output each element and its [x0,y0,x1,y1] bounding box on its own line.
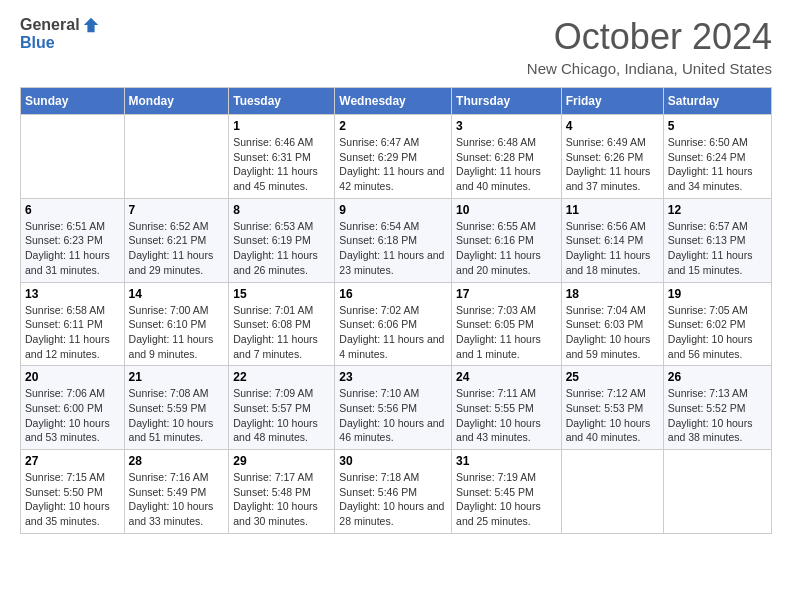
col-header-monday: Monday [124,88,229,115]
calendar-cell: 27Sunrise: 7:15 AM Sunset: 5:50 PM Dayli… [21,450,125,534]
day-detail: Sunrise: 7:06 AM Sunset: 6:00 PM Dayligh… [25,386,120,445]
day-number: 20 [25,370,120,384]
day-number: 12 [668,203,767,217]
week-row-4: 20Sunrise: 7:06 AM Sunset: 6:00 PM Dayli… [21,366,772,450]
day-number: 22 [233,370,330,384]
day-detail: Sunrise: 7:01 AM Sunset: 6:08 PM Dayligh… [233,303,330,362]
calendar-cell: 30Sunrise: 7:18 AM Sunset: 5:46 PM Dayli… [335,450,452,534]
calendar-cell: 31Sunrise: 7:19 AM Sunset: 5:45 PM Dayli… [452,450,562,534]
calendar-cell: 15Sunrise: 7:01 AM Sunset: 6:08 PM Dayli… [229,282,335,366]
calendar-cell: 7Sunrise: 6:52 AM Sunset: 6:21 PM Daylig… [124,198,229,282]
week-row-1: 1Sunrise: 6:46 AM Sunset: 6:31 PM Daylig… [21,115,772,199]
day-detail: Sunrise: 7:00 AM Sunset: 6:10 PM Dayligh… [129,303,225,362]
week-row-3: 13Sunrise: 6:58 AM Sunset: 6:11 PM Dayli… [21,282,772,366]
day-detail: Sunrise: 6:55 AM Sunset: 6:16 PM Dayligh… [456,219,557,278]
calendar-body: 1Sunrise: 6:46 AM Sunset: 6:31 PM Daylig… [21,115,772,534]
calendar-cell: 2Sunrise: 6:47 AM Sunset: 6:29 PM Daylig… [335,115,452,199]
day-number: 9 [339,203,447,217]
calendar-cell: 14Sunrise: 7:00 AM Sunset: 6:10 PM Dayli… [124,282,229,366]
location: New Chicago, Indiana, United States [527,60,772,77]
svg-marker-0 [83,18,97,32]
day-detail: Sunrise: 6:47 AM Sunset: 6:29 PM Dayligh… [339,135,447,194]
day-number: 17 [456,287,557,301]
day-number: 7 [129,203,225,217]
logo-blue: Blue [20,34,55,52]
calendar-cell: 18Sunrise: 7:04 AM Sunset: 6:03 PM Dayli… [561,282,663,366]
day-number: 13 [25,287,120,301]
calendar-cell: 21Sunrise: 7:08 AM Sunset: 5:59 PM Dayli… [124,366,229,450]
day-detail: Sunrise: 6:57 AM Sunset: 6:13 PM Dayligh… [668,219,767,278]
day-number: 26 [668,370,767,384]
day-detail: Sunrise: 7:10 AM Sunset: 5:56 PM Dayligh… [339,386,447,445]
calendar-table: SundayMondayTuesdayWednesdayThursdayFrid… [20,87,772,534]
day-number: 6 [25,203,120,217]
calendar-cell: 3Sunrise: 6:48 AM Sunset: 6:28 PM Daylig… [452,115,562,199]
calendar-cell: 13Sunrise: 6:58 AM Sunset: 6:11 PM Dayli… [21,282,125,366]
calendar-cell: 16Sunrise: 7:02 AM Sunset: 6:06 PM Dayli… [335,282,452,366]
col-header-saturday: Saturday [663,88,771,115]
day-number: 29 [233,454,330,468]
calendar-cell: 4Sunrise: 6:49 AM Sunset: 6:26 PM Daylig… [561,115,663,199]
calendar-cell: 10Sunrise: 6:55 AM Sunset: 6:16 PM Dayli… [452,198,562,282]
day-number: 23 [339,370,447,384]
logo-general: General [20,16,80,34]
day-detail: Sunrise: 7:12 AM Sunset: 5:53 PM Dayligh… [566,386,659,445]
calendar-cell: 6Sunrise: 6:51 AM Sunset: 6:23 PM Daylig… [21,198,125,282]
calendar-cell: 1Sunrise: 6:46 AM Sunset: 6:31 PM Daylig… [229,115,335,199]
day-detail: Sunrise: 6:50 AM Sunset: 6:24 PM Dayligh… [668,135,767,194]
calendar-cell [561,450,663,534]
calendar-cell: 26Sunrise: 7:13 AM Sunset: 5:52 PM Dayli… [663,366,771,450]
day-detail: Sunrise: 6:46 AM Sunset: 6:31 PM Dayligh… [233,135,330,194]
day-detail: Sunrise: 7:09 AM Sunset: 5:57 PM Dayligh… [233,386,330,445]
day-number: 31 [456,454,557,468]
day-number: 8 [233,203,330,217]
day-detail: Sunrise: 7:11 AM Sunset: 5:55 PM Dayligh… [456,386,557,445]
day-detail: Sunrise: 6:58 AM Sunset: 6:11 PM Dayligh… [25,303,120,362]
day-number: 16 [339,287,447,301]
day-detail: Sunrise: 7:17 AM Sunset: 5:48 PM Dayligh… [233,470,330,529]
month-title: October 2024 [527,16,772,58]
calendar-cell: 5Sunrise: 6:50 AM Sunset: 6:24 PM Daylig… [663,115,771,199]
calendar-cell: 19Sunrise: 7:05 AM Sunset: 6:02 PM Dayli… [663,282,771,366]
col-header-friday: Friday [561,88,663,115]
day-number: 3 [456,119,557,133]
calendar-cell: 8Sunrise: 6:53 AM Sunset: 6:19 PM Daylig… [229,198,335,282]
calendar-cell: 9Sunrise: 6:54 AM Sunset: 6:18 PM Daylig… [335,198,452,282]
calendar-cell [663,450,771,534]
day-detail: Sunrise: 7:05 AM Sunset: 6:02 PM Dayligh… [668,303,767,362]
day-number: 4 [566,119,659,133]
title-block: October 2024 New Chicago, Indiana, Unite… [527,16,772,77]
day-number: 28 [129,454,225,468]
day-number: 25 [566,370,659,384]
day-detail: Sunrise: 7:16 AM Sunset: 5:49 PM Dayligh… [129,470,225,529]
calendar-cell [124,115,229,199]
logo: General Blue [20,16,100,52]
col-header-wednesday: Wednesday [335,88,452,115]
day-detail: Sunrise: 7:18 AM Sunset: 5:46 PM Dayligh… [339,470,447,529]
col-header-thursday: Thursday [452,88,562,115]
calendar-header-row: SundayMondayTuesdayWednesdayThursdayFrid… [21,88,772,115]
day-number: 27 [25,454,120,468]
day-number: 1 [233,119,330,133]
calendar-cell: 20Sunrise: 7:06 AM Sunset: 6:00 PM Dayli… [21,366,125,450]
day-detail: Sunrise: 6:53 AM Sunset: 6:19 PM Dayligh… [233,219,330,278]
day-detail: Sunrise: 6:49 AM Sunset: 6:26 PM Dayligh… [566,135,659,194]
calendar-cell: 22Sunrise: 7:09 AM Sunset: 5:57 PM Dayli… [229,366,335,450]
col-header-tuesday: Tuesday [229,88,335,115]
day-detail: Sunrise: 6:51 AM Sunset: 6:23 PM Dayligh… [25,219,120,278]
day-number: 24 [456,370,557,384]
week-row-2: 6Sunrise: 6:51 AM Sunset: 6:23 PM Daylig… [21,198,772,282]
day-detail: Sunrise: 7:08 AM Sunset: 5:59 PM Dayligh… [129,386,225,445]
calendar-cell [21,115,125,199]
calendar-cell: 25Sunrise: 7:12 AM Sunset: 5:53 PM Dayli… [561,366,663,450]
day-detail: Sunrise: 7:04 AM Sunset: 6:03 PM Dayligh… [566,303,659,362]
day-number: 5 [668,119,767,133]
day-number: 21 [129,370,225,384]
calendar-cell: 11Sunrise: 6:56 AM Sunset: 6:14 PM Dayli… [561,198,663,282]
calendar-cell: 17Sunrise: 7:03 AM Sunset: 6:05 PM Dayli… [452,282,562,366]
calendar-cell: 12Sunrise: 6:57 AM Sunset: 6:13 PM Dayli… [663,198,771,282]
day-number: 11 [566,203,659,217]
day-detail: Sunrise: 6:48 AM Sunset: 6:28 PM Dayligh… [456,135,557,194]
calendar-cell: 29Sunrise: 7:17 AM Sunset: 5:48 PM Dayli… [229,450,335,534]
day-number: 19 [668,287,767,301]
